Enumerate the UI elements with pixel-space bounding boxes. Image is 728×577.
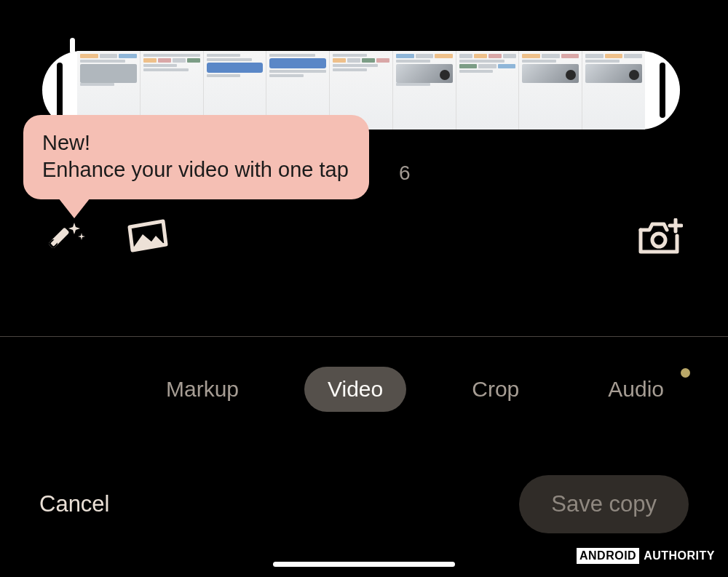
timestamp-partial: 6 xyxy=(399,162,411,185)
tab-label: Crop xyxy=(472,377,519,401)
timeline-frame xyxy=(582,51,645,130)
gesture-bar[interactable] xyxy=(273,562,455,567)
tool-row xyxy=(0,218,728,269)
watermark: ANDROID AUTHORITY xyxy=(577,548,715,564)
svg-point-3 xyxy=(652,234,665,247)
tab-label: Video xyxy=(328,377,383,401)
tooltip-body: Enhance your video with one tap xyxy=(42,158,349,182)
trim-handle-left[interactable] xyxy=(57,63,63,118)
tooltip-title: New! xyxy=(42,131,349,155)
feature-tooltip: New! Enhance your video with one tap xyxy=(23,115,369,199)
cancel-button[interactable]: Cancel xyxy=(39,491,110,517)
watermark-brand-boxed: ANDROID xyxy=(577,548,639,564)
camera-plus-icon[interactable] xyxy=(638,218,683,258)
section-divider xyxy=(0,336,728,337)
tab-audio[interactable]: Audio xyxy=(585,367,687,412)
tab-crop[interactable]: Crop xyxy=(448,367,542,412)
playhead-marker[interactable] xyxy=(70,38,75,54)
save-copy-button[interactable]: Save copy xyxy=(519,475,689,533)
magic-wand-icon[interactable] xyxy=(48,218,89,259)
tooltip-arrow xyxy=(58,198,90,218)
editor-tabs: Markup Video Crop Audio xyxy=(0,367,728,412)
action-bar: Cancel Save copy xyxy=(0,475,728,533)
watermark-brand-rest: AUTHORITY xyxy=(644,549,715,562)
new-indicator-dot xyxy=(681,368,690,378)
tab-video[interactable]: Video xyxy=(304,367,406,412)
tab-markup[interactable]: Markup xyxy=(143,367,262,412)
tab-label: Audio xyxy=(608,377,664,401)
trim-handle-right[interactable] xyxy=(660,63,665,118)
timeline-frame xyxy=(456,51,519,130)
frame-photo-icon[interactable] xyxy=(127,218,169,253)
tab-label: Markup xyxy=(166,377,239,401)
timeline-frame xyxy=(518,51,582,130)
timeline-frame xyxy=(392,51,456,130)
